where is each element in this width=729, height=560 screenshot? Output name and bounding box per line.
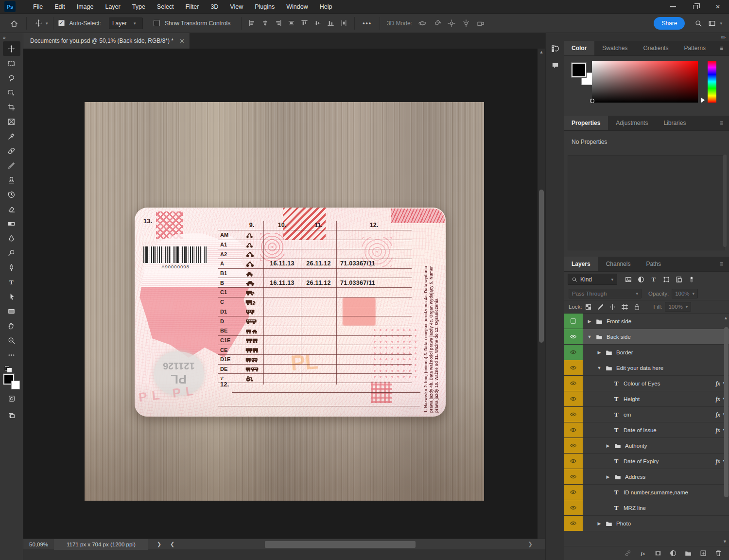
fill-value[interactable]: 100%▾ — [665, 302, 691, 312]
tool-shape[interactable] — [3, 304, 20, 318]
align-hcenter-icon[interactable] — [260, 19, 271, 27]
layer-row[interactable]: TID number,surname,name — [564, 485, 729, 500]
close-button[interactable]: ✕ — [707, 0, 729, 14]
adjustment-filter-icon[interactable] — [635, 276, 647, 283]
home-icon[interactable] — [7, 19, 21, 28]
minimize-button[interactable] — [662, 0, 684, 14]
visibility-toggle[interactable] — [564, 422, 583, 438]
tool-eraser[interactable] — [3, 202, 20, 216]
panel-menu-icon[interactable]: ≡ — [720, 41, 729, 55]
align-right-icon[interactable] — [273, 19, 284, 27]
tab-layers[interactable]: Layers — [564, 257, 598, 271]
screen-mode-icon[interactable] — [3, 408, 20, 422]
menu-type[interactable]: Type — [126, 3, 151, 10]
delete-layer-icon[interactable] — [714, 549, 722, 557]
workspace-chevron-icon[interactable]: ▾ — [720, 21, 722, 26]
filter-toggle-icon[interactable] — [686, 276, 697, 283]
tool-lasso[interactable] — [3, 70, 20, 85]
lock-all-icon[interactable] — [633, 303, 641, 311]
shape-filter-icon[interactable] — [660, 276, 672, 283]
history-panel-icon[interactable] — [546, 40, 564, 57]
visibility-toggle[interactable] — [564, 500, 583, 515]
visibility-toggle[interactable] — [564, 407, 583, 422]
search-icon[interactable] — [692, 19, 705, 27]
layer-row[interactable]: TColour of Eyesfx▼ — [564, 376, 729, 391]
menu-3d[interactable]: 3D — [205, 3, 224, 10]
tool-gradient[interactable] — [3, 216, 20, 231]
canvas[interactable]: 13. A90000098 PL 121126 PL PL PL 9.10.11… — [23, 49, 538, 539]
workspace-icon[interactable] — [705, 19, 719, 27]
properties-scroll-thumb[interactable] — [723, 155, 727, 247]
share-button[interactable]: Share — [654, 17, 685, 30]
orbit-3d-icon[interactable] — [417, 19, 428, 28]
tab-libraries[interactable]: Libraries — [656, 116, 694, 130]
visibility-toggle[interactable] — [564, 485, 583, 500]
tool-preset-chevron-icon[interactable]: ▾ — [46, 21, 48, 26]
layer-row[interactable]: Tcmfx▼ — [564, 407, 729, 422]
lock-artboard-icon[interactable] — [621, 303, 628, 311]
tool-type[interactable]: T — [3, 275, 20, 289]
tool-blur[interactable] — [3, 231, 20, 245]
align-left-icon[interactable] — [246, 19, 258, 27]
visibility-toggle[interactable] — [564, 469, 583, 484]
hue-marker[interactable] — [701, 98, 705, 103]
toolbar-expand-icon[interactable]: » — [0, 33, 23, 41]
visibility-toggle[interactable] — [564, 329, 583, 344]
pan-3d-icon[interactable] — [446, 19, 457, 28]
fx-badge[interactable]: fx — [715, 412, 720, 418]
layers-scroll-up-icon[interactable]: ▲ — [724, 315, 728, 320]
menu-edit[interactable]: Edit — [49, 3, 71, 10]
lock-paint-icon[interactable] — [597, 303, 604, 311]
fx-badge[interactable]: fx — [715, 427, 720, 433]
expand-chevron-icon[interactable]: ▶ — [597, 350, 602, 355]
type-filter-icon[interactable]: T — [648, 276, 660, 283]
layer-row[interactable]: TDate of Issuefx▼ — [564, 422, 729, 438]
tab-channels[interactable]: Channels — [598, 257, 639, 271]
vertical-scroll-thumb[interactable] — [539, 190, 544, 343]
menu-help[interactable]: Help — [314, 3, 338, 10]
tool-healing[interactable] — [3, 143, 20, 158]
visibility-toggle[interactable] — [564, 391, 583, 406]
align-bottom-icon[interactable] — [325, 19, 336, 27]
layers-scroll-thumb[interactable] — [724, 327, 729, 497]
tab-properties[interactable]: Properties — [564, 116, 608, 130]
expand-chevron-icon[interactable]: ▶ — [606, 443, 610, 448]
menu-select[interactable]: Select — [151, 3, 180, 10]
lock-move-icon[interactable] — [609, 303, 616, 311]
tool-brush[interactable] — [3, 158, 20, 173]
tool-crop[interactable] — [3, 100, 20, 114]
blend-mode-dropdown[interactable]: Pass Through▾ — [569, 289, 642, 298]
move-tool-icon[interactable] — [32, 19, 46, 27]
status-prev-icon[interactable]: ❮ — [170, 541, 174, 547]
tab-paths[interactable]: Paths — [638, 257, 669, 271]
align-vcenter-icon[interactable] — [312, 19, 323, 27]
saturation-field[interactable] — [592, 61, 698, 103]
document-tab[interactable]: Documents for you.psd @ 50,1% (Back side… — [23, 33, 190, 49]
auto-select-target-dropdown[interactable]: Layer▾ — [109, 18, 143, 29]
transform-controls-checkbox[interactable] — [154, 20, 160, 26]
hue-slider[interactable] — [708, 61, 716, 103]
new-layer-icon[interactable] — [699, 549, 707, 557]
tool-path-select[interactable] — [3, 289, 20, 304]
camera-3d-icon[interactable] — [475, 19, 486, 28]
smart-object-filter-icon[interactable] — [673, 276, 685, 283]
layer-row[interactable]: ▶Front side — [564, 314, 729, 329]
menu-file[interactable]: File — [27, 3, 49, 10]
expand-chevron-icon[interactable]: ▼ — [587, 334, 592, 339]
quick-mask-icon[interactable] — [3, 391, 20, 406]
vertical-scrollbar[interactable]: ▲ — [538, 49, 545, 539]
layer-row[interactable]: ▶Photo — [564, 516, 729, 531]
layer-row[interactable]: THeightfx▼ — [564, 391, 729, 407]
visibility-toggle[interactable] — [564, 376, 583, 391]
scroll-right-icon[interactable]: ❯ — [528, 541, 533, 547]
tab-close-icon[interactable]: ✕ — [179, 37, 185, 45]
tab-gradients[interactable]: Gradients — [635, 41, 676, 55]
tool-marquee[interactable] — [3, 56, 20, 70]
menu-image[interactable]: Image — [71, 3, 100, 10]
fx-badge[interactable]: fx — [715, 458, 720, 464]
tool-ellipsis[interactable] — [3, 348, 20, 362]
layer-row[interactable]: ▶Border — [564, 345, 729, 360]
foreground-color-swatch[interactable] — [572, 63, 586, 77]
menu-view[interactable]: View — [224, 3, 249, 10]
align-dist-v-icon[interactable] — [338, 19, 349, 27]
